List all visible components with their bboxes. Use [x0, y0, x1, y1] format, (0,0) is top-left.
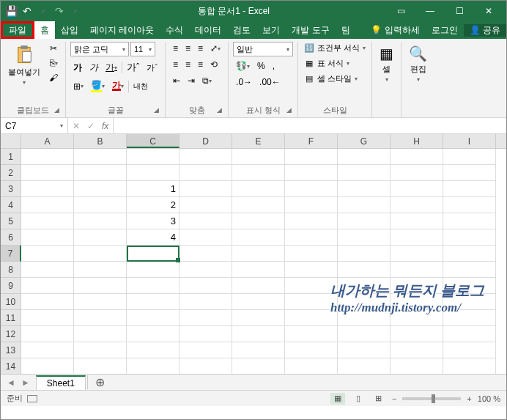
align-right-button[interactable]: ≡ — [195, 58, 206, 71]
sheet-tab-1[interactable]: Sheet1 — [36, 375, 86, 390]
cell-B14[interactable] — [74, 358, 127, 374]
cell-F5[interactable] — [285, 213, 338, 229]
cell-I4[interactable] — [443, 197, 496, 213]
tab-data[interactable]: 데이터 — [189, 21, 227, 39]
select-all-button[interactable] — [1, 134, 21, 148]
zoom-slider[interactable] — [402, 397, 461, 400]
cell-G13[interactable] — [338, 342, 391, 358]
row-header-4[interactable]: 4 — [1, 197, 21, 213]
merge-button[interactable]: ⧉▾ — [199, 74, 215, 87]
cell-B8[interactable] — [74, 262, 127, 278]
share-button[interactable]: 👤 공유 — [464, 24, 506, 37]
format-painter-button[interactable]: 🖌 — [46, 71, 61, 84]
close-button[interactable]: ✕ — [474, 1, 503, 21]
align-top-button[interactable]: ≡ — [170, 42, 181, 55]
align-left-button[interactable]: ≡ — [170, 58, 181, 71]
row-header-1[interactable]: 1 — [1, 149, 21, 165]
increase-font-button[interactable]: 가ˆ — [124, 59, 142, 75]
cell-E3[interactable] — [232, 181, 285, 197]
cell-I1[interactable] — [443, 149, 496, 165]
cell-A5[interactable] — [21, 213, 74, 229]
cell-D2[interactable] — [180, 165, 232, 181]
cell-A8[interactable] — [21, 262, 74, 278]
cell-D6[interactable] — [180, 229, 232, 246]
new-sheet-button[interactable]: ⊕ — [87, 375, 112, 389]
cell-H7[interactable] — [391, 246, 443, 262]
cell-G14[interactable] — [338, 358, 391, 374]
font-color-button[interactable]: 가▾ — [109, 80, 127, 92]
decrease-indent-button[interactable]: ⇤ — [170, 74, 183, 87]
cell-D5[interactable] — [180, 213, 232, 229]
sheet-next-icon[interactable]: ► — [21, 377, 30, 388]
cell-F2[interactable] — [285, 165, 338, 181]
cell-H13[interactable] — [391, 342, 443, 358]
conditional-format-button[interactable]: 🔢조건부 서식▾ — [303, 42, 367, 54]
zoom-thumb-icon[interactable] — [432, 394, 435, 403]
col-header-E[interactable]: E — [232, 134, 285, 148]
cell-F13[interactable] — [285, 342, 338, 358]
cell-F3[interactable] — [285, 181, 338, 197]
comma-button[interactable]: , — [270, 59, 278, 73]
table-format-button[interactable]: ▦표 서식▾ — [303, 57, 367, 70]
underline-button[interactable]: 가▾ — [103, 60, 120, 75]
macro-record-icon[interactable] — [27, 395, 37, 402]
accounting-format-button[interactable]: 💱▾ — [233, 59, 253, 73]
page-layout-view-button[interactable]: ▯ — [351, 393, 366, 405]
editing-button[interactable]: 🔍 편집 ▾ — [406, 42, 430, 86]
cell-G1[interactable] — [338, 149, 391, 165]
clipboard-dialog-launcher[interactable]: ◢ — [54, 106, 63, 115]
cell-E12[interactable] — [232, 326, 285, 342]
cell-I2[interactable] — [443, 165, 496, 181]
redo-icon[interactable]: ↷ — [53, 5, 65, 17]
row-header-3[interactable]: 3 — [1, 181, 21, 197]
decrease-decimal-button[interactable]: .00← — [256, 75, 284, 89]
cell-F8[interactable] — [285, 262, 338, 278]
cell-E11[interactable] — [232, 310, 285, 326]
row-header-12[interactable]: 12 — [1, 326, 21, 342]
cell-C12[interactable] — [127, 326, 180, 342]
row-header-7[interactable]: 7 — [1, 246, 21, 262]
cell-D13[interactable] — [180, 342, 232, 358]
cell-F1[interactable] — [285, 149, 338, 165]
cell-B1[interactable] — [74, 149, 127, 165]
bold-button[interactable]: 가 — [70, 60, 85, 75]
ribbon-options-icon[interactable]: ▭ — [386, 1, 415, 21]
cell-B10[interactable] — [74, 294, 127, 310]
cell-A2[interactable] — [21, 165, 74, 181]
cell-C3[interactable]: 1 — [127, 181, 180, 197]
cell-F6[interactable] — [285, 229, 338, 246]
tab-view[interactable]: 보기 — [256, 21, 286, 39]
cell-A12[interactable] — [21, 326, 74, 342]
cell-H14[interactable] — [391, 358, 443, 374]
copy-button[interactable]: ⎘▾ — [46, 56, 61, 70]
cell-B12[interactable] — [74, 326, 127, 342]
cell-A11[interactable] — [21, 310, 74, 326]
cell-H2[interactable] — [391, 165, 443, 181]
row-header-14[interactable]: 14 — [1, 358, 21, 374]
percent-button[interactable]: % — [254, 59, 268, 73]
sign-in-button[interactable]: 로그인 — [426, 24, 464, 37]
tab-page-layout[interactable]: 페이지 레이아웃 — [84, 21, 160, 39]
cell-B6[interactable] — [74, 229, 127, 246]
normal-view-button[interactable]: ▦ — [330, 393, 345, 405]
cell-H6[interactable] — [391, 229, 443, 246]
cell-C7[interactable] — [127, 246, 180, 262]
cell-B13[interactable] — [74, 342, 127, 358]
cell-D12[interactable] — [180, 326, 232, 342]
cell-A9[interactable] — [21, 278, 74, 294]
cell-B11[interactable] — [74, 310, 127, 326]
row-header-11[interactable]: 11 — [1, 310, 21, 326]
cut-button[interactable]: ✂ — [46, 42, 61, 55]
cell-I6[interactable] — [443, 229, 496, 246]
tab-insert[interactable]: 삽입 — [55, 21, 84, 39]
cell-D11[interactable] — [180, 310, 232, 326]
cell-G5[interactable] — [338, 213, 391, 229]
alignment-dialog-launcher[interactable]: ◢ — [217, 106, 226, 115]
cell-D7[interactable] — [180, 246, 232, 262]
cell-B2[interactable] — [74, 165, 127, 181]
row-header-6[interactable]: 6 — [1, 229, 21, 246]
col-header-F[interactable]: F — [285, 134, 338, 148]
cell-I8[interactable] — [443, 262, 496, 278]
paste-button[interactable]: 붙여넣기 ▾ — [5, 42, 43, 89]
cell-B3[interactable] — [74, 181, 127, 197]
